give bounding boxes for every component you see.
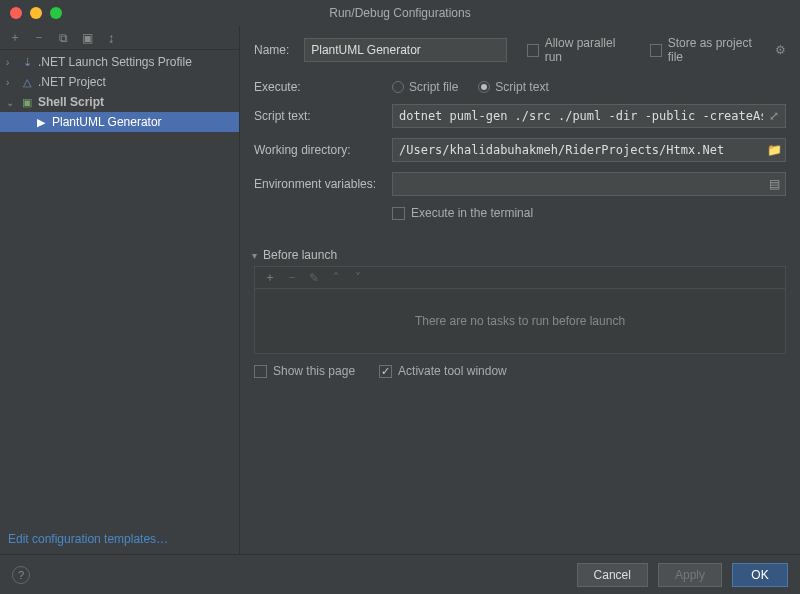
before-toolbar: ＋ － ✎ ˄ ˅	[255, 267, 785, 289]
execute-row: Execute: Script file Script text	[254, 80, 786, 94]
ok-button[interactable]: OK	[732, 563, 788, 587]
edit-templates-link[interactable]: Edit configuration templates…	[8, 532, 168, 546]
download-icon: ⇣	[20, 56, 34, 69]
expand-icon[interactable]: ⤢	[766, 109, 782, 123]
radio-icon	[392, 81, 404, 93]
checkbox-icon	[650, 44, 662, 57]
working-dir-label: Working directory:	[254, 143, 382, 157]
script-text-row: Script text: ⤢	[254, 104, 786, 128]
close-window-icon[interactable]	[10, 7, 22, 19]
script-text-label: Script text:	[254, 109, 382, 123]
radio-icon	[478, 81, 490, 93]
minimize-window-icon[interactable]	[30, 7, 42, 19]
radio-label: Script file	[409, 80, 458, 94]
checkbox-label: Activate tool window	[398, 364, 507, 378]
terminal-icon: ▣	[20, 96, 34, 109]
shell-file-icon: ▶	[34, 116, 48, 129]
before-launch-box: ＋ － ✎ ˄ ˅ There are no tasks to run befo…	[254, 266, 786, 354]
apply-button: Apply	[658, 563, 722, 587]
tree-row-net-launch[interactable]: › ⇣ .NET Launch Settings Profile	[0, 52, 239, 72]
checkbox-icon	[254, 365, 267, 378]
tree-item-label: .NET Project	[38, 75, 106, 89]
env-row: Environment variables: ▤	[254, 172, 786, 196]
sidebar: ＋ － ⧉ ▣ ↨ › ⇣ .NET Launch Settings Profi…	[0, 26, 240, 554]
up-task-icon[interactable]: ˄	[329, 271, 343, 285]
add-config-icon[interactable]: ＋	[8, 31, 22, 45]
working-dir-input[interactable]	[392, 138, 786, 162]
env-label: Environment variables:	[254, 177, 382, 191]
maximize-window-icon[interactable]	[50, 7, 62, 19]
sidebar-toolbar: ＋ － ⧉ ▣ ↨	[0, 26, 239, 50]
radio-label: Script text	[495, 80, 548, 94]
sidebar-footer: Edit configuration templates…	[0, 524, 239, 554]
checkbox-icon	[527, 44, 539, 57]
cancel-button[interactable]: Cancel	[577, 563, 648, 587]
terminal-row: Execute in the terminal	[392, 206, 786, 220]
footer: ? Cancel Apply OK	[0, 554, 800, 594]
tree-row-plantuml-generator[interactable]: ▶ PlantUML Generator	[0, 112, 239, 132]
checkbox-label: Store as project file	[668, 36, 761, 64]
script-file-radio[interactable]: Script file	[392, 80, 458, 94]
gear-icon[interactable]: ⚙	[775, 43, 786, 57]
main: ＋ － ⧉ ▣ ↨ › ⇣ .NET Launch Settings Profi…	[0, 26, 800, 554]
config-tree: › ⇣ .NET Launch Settings Profile › △ .NE…	[0, 50, 239, 524]
execute-terminal-checkbox[interactable]: Execute in the terminal	[392, 206, 533, 220]
post-options-row: Show this page Activate tool window	[254, 364, 786, 378]
titlebar: Run/Debug Configurations	[0, 0, 800, 26]
folder-icon[interactable]: 📁	[766, 143, 782, 157]
tree-item-label: .NET Launch Settings Profile	[38, 55, 192, 69]
working-dir-row: Working directory: 📁	[254, 138, 786, 162]
folder-config-icon[interactable]: ▣	[80, 31, 94, 45]
section-title: Before launch	[263, 248, 337, 262]
tree-item-label: PlantUML Generator	[52, 115, 162, 129]
copy-config-icon[interactable]: ⧉	[56, 31, 70, 45]
env-input[interactable]	[392, 172, 786, 196]
edit-task-icon[interactable]: ✎	[307, 271, 321, 285]
script-text-radio[interactable]: Script text	[478, 80, 548, 94]
name-row: Name: Allow parallel run Store as projec…	[254, 36, 786, 64]
allow-parallel-checkbox[interactable]: Allow parallel run	[527, 36, 628, 64]
down-task-icon[interactable]: ˅	[351, 271, 365, 285]
checkbox-icon	[379, 365, 392, 378]
checkbox-label: Execute in the terminal	[411, 206, 533, 220]
tree-row-net-project[interactable]: › △ .NET Project	[0, 72, 239, 92]
show-this-page-checkbox[interactable]: Show this page	[254, 364, 355, 378]
tree-row-shell-script[interactable]: ⌄ ▣ Shell Script	[0, 92, 239, 112]
chevron-right-icon: ›	[6, 57, 16, 68]
chevron-right-icon: ›	[6, 77, 16, 88]
add-task-icon[interactable]: ＋	[263, 271, 277, 285]
remove-task-icon[interactable]: －	[285, 271, 299, 285]
before-launch-header[interactable]: ▾ Before launch	[252, 248, 786, 262]
name-input[interactable]	[304, 38, 506, 62]
script-text-input[interactable]	[392, 104, 786, 128]
traffic-lights	[0, 7, 62, 19]
checkbox-label: Show this page	[273, 364, 355, 378]
name-label: Name:	[254, 43, 294, 57]
before-empty-text: There are no tasks to run before launch	[255, 289, 785, 353]
help-icon[interactable]: ?	[12, 566, 30, 584]
list-icon[interactable]: ▤	[766, 177, 782, 191]
chevron-down-icon: ⌄	[6, 97, 16, 108]
checkbox-label: Allow parallel run	[545, 36, 628, 64]
window-title: Run/Debug Configurations	[0, 6, 800, 20]
store-project-checkbox[interactable]: Store as project file	[650, 36, 761, 64]
dotnet-icon: △	[20, 76, 34, 89]
execute-label: Execute:	[254, 80, 382, 94]
triangle-down-icon: ▾	[252, 250, 257, 261]
move-up-down-icon[interactable]: ↨	[104, 31, 118, 45]
remove-config-icon[interactable]: －	[32, 31, 46, 45]
content: Name: Allow parallel run Store as projec…	[240, 26, 800, 554]
tree-item-label: Shell Script	[38, 95, 104, 109]
checkbox-icon	[392, 207, 405, 220]
activate-tool-checkbox[interactable]: Activate tool window	[379, 364, 507, 378]
